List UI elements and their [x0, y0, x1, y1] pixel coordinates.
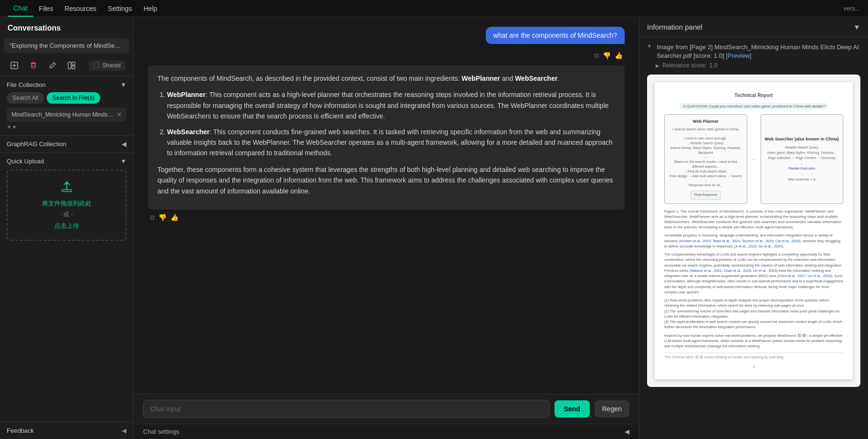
diagram-area: Web Planner I need to search some video … [664, 114, 843, 203]
chat-settings-icon[interactable]: ◀ [625, 428, 629, 435]
relevance-label: Relevance score: [662, 62, 707, 69]
user-message: what are the components of MindSearch? [148, 27, 625, 44]
thumbs-down-ai-btn[interactable]: 👎 [158, 214, 167, 222]
chat-messages: what are the components of MindSearch? ⧉… [134, 17, 639, 394]
chat-input-area: Send Regen [134, 394, 639, 424]
preview-link[interactable]: [Preview] [726, 52, 751, 59]
quick-upload-toggle-icon[interactable]: ▼ [120, 158, 126, 165]
doc-body-text-1: remarkable progress in reasoning, langua… [664, 233, 843, 249]
doc-preview-inner: Technical Report ⊙ QUESTION: Could you i… [647, 75, 860, 387]
play-icon[interactable]: ▶ [656, 63, 659, 68]
svg-rect-3 [31, 64, 35, 68]
feedback-label: Feedback [7, 427, 34, 434]
thumbs-up-ai-btn[interactable]: 👍 [170, 214, 178, 222]
search-all-btn[interactable]: Search All [7, 92, 44, 104]
doc-question: ⊙ QUESTION: Could you introduce one vide… [664, 104, 843, 109]
nav-settings[interactable]: Settings [102, 0, 138, 17]
nav-chat[interactable]: Chat [8, 0, 33, 17]
ai-intro: The components of MindSearch, as describ… [157, 73, 615, 84]
file-collection-label: File Collection [7, 81, 46, 88]
nav-help[interactable]: Help [138, 0, 163, 17]
doc-page-title: Technical Report [664, 92, 843, 99]
doc-body-text-3: (1) Real-world problems often require in… [664, 298, 843, 330]
chat-area: what are the components of MindSearch? ⧉… [134, 17, 639, 439]
quick-upload-header[interactable]: Quick Upload ▼ [7, 158, 126, 165]
conversations-title: Conversations [0, 17, 133, 36]
click-text[interactable]: 点击上传 [54, 222, 79, 230]
feedback-arrow-icon[interactable]: ◀ [122, 427, 126, 434]
copy-ai-msg-btn[interactable]: ⧉ [150, 214, 155, 222]
quick-upload-section: Quick Upload ▼ 将文件拖放到此处 - 或 - 点击上传 [0, 152, 133, 246]
doc-preview: Technical Report ⊙ QUESTION: Could you i… [647, 75, 860, 387]
nav-files[interactable]: Files [33, 0, 59, 17]
svg-rect-7 [72, 62, 75, 65]
file-close-btn[interactable]: ✕ [117, 111, 122, 118]
chat-settings-bar[interactable]: Chat settings ◀ [134, 424, 639, 439]
doc-caption: Figure 1: The overall framework of MindS… [664, 209, 843, 230]
graphrag-header[interactable]: GraphRAG Collection ◀ [7, 140, 126, 148]
search-in-files-btn[interactable]: Search In File(s) [47, 92, 100, 104]
ai-message-actions: ⧉ 👎 👍 [148, 214, 625, 222]
quick-upload-label: Quick Upload [7, 158, 44, 165]
file-item-extra: ✕ ▾ [7, 124, 16, 130]
input-row: Send Regen [143, 400, 629, 418]
file-item-name: MindSearch_Mimicking Human Minds Elicts … [11, 111, 114, 118]
file-item: MindSearch_Mimicking Human Minds Elicts … [7, 107, 126, 122]
new-conversation-icon[interactable] [8, 59, 21, 72]
panel-dropdown-icon[interactable]: ▼ [853, 23, 860, 31]
send-button[interactable]: Send [554, 400, 590, 418]
layout-icon[interactable] [65, 59, 78, 72]
doc-body-text-2: The complementary advantages of LLMs and… [664, 252, 843, 295]
user-bubble: what are the components of MindSearch? [486, 27, 625, 44]
ai-message: The components of MindSearch, as describ… [148, 65, 625, 222]
upload-drop-area[interactable]: 将文件拖放到此处 - 或 - 点击上传 [7, 170, 126, 241]
copy-user-msg-btn[interactable]: ⧉ [594, 52, 599, 60]
nav-resources[interactable]: Resources [59, 0, 102, 17]
collapse-icon[interactable]: ▼ [647, 43, 652, 50]
feedback-section[interactable]: Feedback ◀ [0, 422, 133, 439]
main-layout: Conversations "Exploring the Components … [0, 17, 868, 439]
conversation-actions: Shared [0, 55, 133, 76]
panel-content: ▼ Image from [Page 2] MindSearch_Mimicki… [639, 37, 868, 439]
upload-icon [60, 180, 73, 196]
chat-input[interactable] [143, 400, 550, 418]
file-collection-section: File Collection ▼ Search All Search In F… [0, 76, 133, 135]
info-source: ▼ Image from [Page 2] MindSearch_Mimicki… [647, 43, 860, 69]
regen-button[interactable]: Regen [595, 400, 629, 418]
edit-icon[interactable] [46, 59, 59, 72]
conversation-item[interactable]: "Exploring the Components of MindSearch" [4, 38, 129, 53]
svg-rect-9 [94, 63, 99, 68]
web-planner-box: Web Planner I need to search some video … [664, 114, 747, 203]
searcher-steps: Rewrite Search Query Video game: Black M… [767, 145, 837, 182]
right-panel: Information panel ▼ ▼ Image from [Page 2… [639, 17, 868, 439]
ai-conclusion: Together, these components form a cohesi… [157, 164, 615, 196]
relevance-row: ▶ Relevance score: 1.0 [656, 62, 860, 69]
arrow-separator: → [751, 114, 757, 203]
top-navigation: Chat Files Resources Settings Help vers.… [0, 0, 868, 17]
web-searcher-title: Web Searcher (also known in China) [765, 136, 839, 143]
doc-page: Technical Report ⊙ QUESTION: Could you i… [655, 82, 853, 379]
final-response-box: Final Response [690, 191, 721, 200]
user-message-actions: ⧉ 👎 👍 [148, 52, 625, 60]
graphrag-section: GraphRAG Collection ◀ [0, 135, 133, 152]
web-planner-title: Web Planner [693, 118, 719, 125]
info-source-header: ▼ Image from [Page 2] MindSearch_Mimicki… [647, 43, 860, 60]
panel-header: Information panel ▼ [639, 17, 868, 37]
shared-toggle[interactable]: Shared [89, 60, 125, 71]
file-collection-toggle-icon[interactable]: ▼ [120, 81, 126, 88]
panel-title: Information panel [647, 23, 702, 31]
version-text: vers... [844, 5, 860, 12]
graphrag-toggle-icon[interactable]: ◀ [122, 140, 126, 148]
chat-settings-label: Chat settings [143, 428, 179, 435]
delete-conversation-icon[interactable] [27, 59, 40, 72]
svg-rect-6 [68, 62, 71, 69]
thumbs-down-user-btn[interactable]: 👎 [603, 52, 611, 60]
file-item-row2: ✕ ▾ [7, 124, 126, 130]
info-source-title: Image from [Page 2] MindSearch_Mimicking… [657, 43, 860, 60]
ai-item-1: WebPlanner: This component acts as a hig… [167, 89, 615, 121]
doc-footnote: ¹The Chinese name '思·搜' means thinking a… [664, 353, 843, 360]
file-collection-header[interactable]: File Collection ▼ [7, 81, 126, 88]
thumbs-up-user-btn[interactable]: 👍 [615, 52, 623, 60]
page-number: 2 [664, 364, 843, 370]
svg-rect-8 [72, 66, 75, 69]
